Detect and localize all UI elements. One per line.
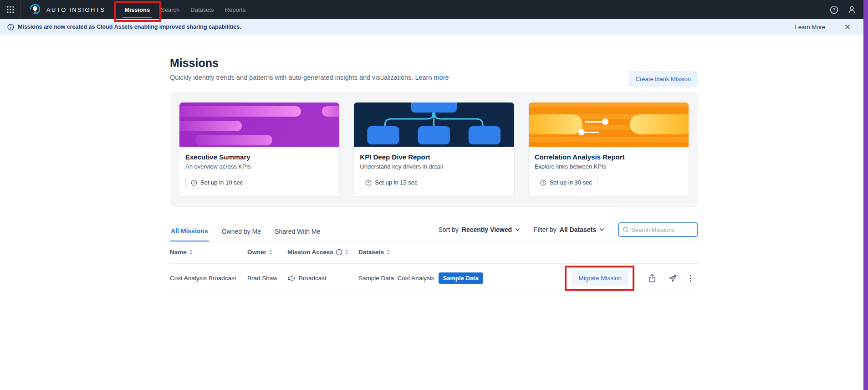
page-header: Missions Quickly identify trends and pat… [170, 56, 698, 81]
missions-table-header: Name Owner Mission Access Datasets [170, 241, 698, 264]
banner-right: Learn More [795, 24, 861, 31]
tab-all-missions[interactable]: All Missions [170, 227, 209, 241]
paper-plane-icon [669, 274, 677, 282]
nav-item-reports[interactable]: Reports [220, 0, 251, 19]
card-title: Correlation Analysis Report [535, 153, 683, 161]
topbar: AUTO INSIGHTS Missions Search Datasets R… [0, 0, 868, 19]
card-kpi-deep-dive[interactable]: KPI Deep Dive Report Understand key driv… [353, 102, 514, 197]
setup-time-badge: Set up in 10 sec [185, 176, 248, 189]
card-title: Executive Summary [185, 153, 333, 161]
chevron-down-icon [515, 228, 520, 231]
info-icon [336, 249, 342, 256]
sort-icon [189, 249, 193, 255]
card-executive-summary[interactable]: Executive Summary An overview across KPI… [179, 102, 340, 197]
svg-text:?: ? [832, 7, 835, 12]
search-missions-box [618, 222, 698, 237]
notification-banner: Missions are now created as Cloud Assets… [0, 19, 868, 35]
tab-owned-by-me[interactable]: Owned by Me [221, 228, 262, 241]
chevron-down-icon [599, 228, 604, 231]
setup-time-badge: Set up in 15 sec [360, 176, 423, 189]
migrate-mission-button[interactable]: Migrate Mission [572, 270, 628, 286]
share-button[interactable] [648, 274, 656, 282]
top-navigation: Missions Search Datasets Reports [119, 0, 251, 19]
column-header-mission-access[interactable]: Mission Access [287, 249, 358, 256]
column-header-owner[interactable]: Owner [247, 249, 287, 256]
nav-item-datasets[interactable]: Datasets [185, 0, 219, 19]
share-icon [648, 274, 656, 282]
search-missions-input[interactable] [631, 226, 694, 233]
create-blank-mission-button[interactable]: Create blank Mission [628, 71, 698, 87]
banner-learn-more-link[interactable]: Learn More [795, 24, 825, 31]
missions-tabs-row: All Missions Owned by Me Shared With Me … [170, 222, 698, 241]
nav-item-search[interactable]: Search [155, 0, 185, 19]
clock-icon [191, 180, 197, 186]
brand-title: AUTO INSIGHTS [46, 6, 105, 13]
card-description: An overview across KPIs [185, 163, 333, 170]
broadcast-icon [287, 275, 295, 282]
card-correlation-analysis[interactable]: Correlation Analysis Report Explore link… [528, 102, 689, 197]
kebab-menu-icon [689, 274, 692, 282]
app-launcher-button[interactable] [0, 0, 21, 19]
setup-time-badge: Set up in 30 sec [535, 176, 597, 189]
kpi-deep-dive-thumbnail [354, 103, 514, 147]
mission-datasets: Sample Data: Cost Analysis Sample Data [358, 272, 572, 284]
mission-name[interactable]: Cost Analysis Broadcast [170, 275, 247, 282]
card-title: KPI Deep Dive Report [360, 153, 508, 161]
executive-summary-thumbnail [179, 103, 339, 147]
banner-message: Missions are now created as Cloud Assets… [18, 24, 241, 30]
column-header-name[interactable]: Name [170, 249, 247, 256]
card-description: Explore links between KPIs [535, 163, 683, 170]
clock-icon [540, 180, 546, 186]
sample-data-badge: Sample Data [439, 272, 483, 284]
search-icon [623, 226, 629, 233]
grid-icon [6, 5, 15, 14]
sort-dropdown[interactable]: Sort by Recently Viewed [438, 226, 520, 233]
sort-icon [269, 249, 273, 255]
list-controls: Sort by Recently Viewed Filter by All Da… [438, 222, 698, 241]
close-icon [844, 24, 851, 30]
user-icon[interactable] [848, 5, 856, 14]
topbar-right: ? [830, 0, 868, 19]
mission-access: Broadcast [287, 275, 358, 282]
sort-icon [345, 249, 349, 255]
filter-dropdown[interactable]: Filter by All Datasets [534, 226, 604, 233]
send-button[interactable] [669, 274, 677, 282]
card-description: Understand key drivers in detail [360, 163, 508, 170]
sort-icon [386, 249, 390, 255]
column-header-datasets[interactable]: Datasets [358, 249, 698, 256]
tab-shared-with-me[interactable]: Shared With Me [274, 228, 321, 241]
template-cards-panel: Executive Summary An overview across KPI… [170, 92, 698, 207]
clock-icon [365, 180, 372, 186]
browser-edge-strip [863, 0, 868, 390]
banner-message-group: Missions are now created as Cloud Assets… [7, 24, 241, 31]
table-row[interactable]: Cost Analysis Broadcast Brad Shaw Broadc… [170, 264, 698, 293]
more-options-button[interactable] [689, 274, 692, 282]
main-content: Missions Quickly identify trends and pat… [170, 56, 698, 293]
page-subtitle: Quickly identify trends and patterns wit… [170, 74, 698, 81]
info-icon [7, 24, 14, 31]
page-title: Missions [170, 56, 698, 70]
banner-close-button[interactable] [844, 24, 851, 30]
nav-item-missions[interactable]: Missions [119, 0, 155, 19]
auto-insights-logo [29, 0, 41, 19]
learn-more-link[interactable]: Learn more [415, 74, 449, 81]
help-icon[interactable]: ? [830, 5, 838, 14]
lightbulb-icon [29, 4, 41, 15]
active-nav-underline [123, 17, 152, 18]
row-actions: Migrate Mission [572, 270, 698, 286]
mission-owner: Brad Shaw [247, 275, 287, 282]
correlation-analysis-thumbnail [529, 103, 689, 147]
